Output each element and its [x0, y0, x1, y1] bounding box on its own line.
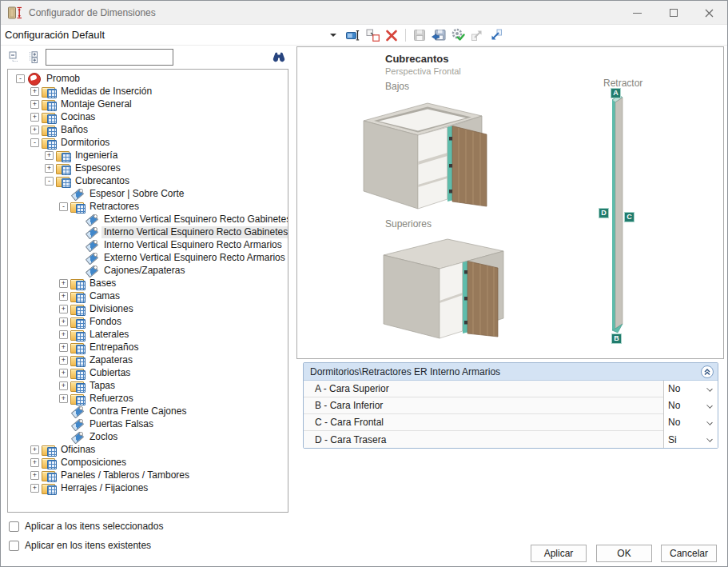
save-configuration-button[interactable]: [412, 28, 427, 42]
tree-expander[interactable]: [16, 74, 25, 83]
tree-item[interactable]: Cubrecantos: [8, 174, 288, 187]
tree-item[interactable]: Contra Frente Cajones: [8, 405, 288, 417]
tree-expander[interactable]: [59, 394, 68, 403]
tree-item[interactable]: Externo Vertical Esquinero Recto Gabinet…: [8, 213, 288, 226]
tree-expander[interactable]: [59, 356, 68, 365]
tree-expander[interactable]: [45, 164, 54, 173]
tree-expander[interactable]: [59, 369, 68, 377]
apply-configuration-button[interactable]: [451, 28, 465, 42]
tree-item[interactable]: Paneles / Tableros / Tambores: [8, 469, 288, 481]
property-value-dropdown[interactable]: No: [663, 397, 718, 414]
tree-expander[interactable]: [59, 202, 68, 211]
tree-item-icon: [42, 124, 56, 136]
tree-item[interactable]: Bases: [8, 277, 288, 289]
property-value-dropdown[interactable]: No: [663, 381, 718, 397]
tree-expander[interactable]: [30, 87, 39, 96]
tree-item[interactable]: Promob: [8, 72, 288, 85]
rename-configuration-button[interactable]: [346, 28, 360, 42]
delete-configuration-button[interactable]: [384, 28, 399, 42]
tree-item[interactable]: Tapas: [8, 379, 288, 392]
tree-expander[interactable]: [45, 151, 54, 160]
save-configuration-as-button[interactable]: [432, 28, 446, 42]
tree-item[interactable]: Laterales: [8, 328, 288, 341]
close-button[interactable]: [691, 1, 727, 25]
chevron-down-icon: [706, 419, 713, 425]
tree-item[interactable]: Dormitorios: [8, 136, 288, 149]
tree-expander[interactable]: [59, 305, 68, 313]
tree-item[interactable]: Ingeniería: [8, 149, 288, 162]
tree-item[interactable]: Refuerzos: [8, 392, 288, 405]
tree-expander[interactable]: [59, 381, 68, 390]
tree-item[interactable]: Oficinas: [8, 443, 288, 456]
window-controls: [619, 1, 727, 25]
tree-expander[interactable]: [30, 484, 39, 493]
tree-item[interactable]: Zapateras: [8, 353, 288, 366]
import-configuration-button[interactable]: [489, 28, 503, 42]
tree-item-icon: [70, 367, 85, 379]
tree-expander[interactable]: [30, 126, 39, 134]
tree-item-label: Oficinas: [58, 444, 97, 456]
tree-item[interactable]: Fondos: [8, 315, 288, 328]
tree-item[interactable]: Espesores: [8, 162, 288, 174]
tree-expander[interactable]: [59, 279, 68, 288]
tree-item[interactable]: Cajones/Zapateras: [8, 264, 288, 277]
tree-item[interactable]: Zoclos: [8, 430, 288, 443]
tree-search-input[interactable]: [46, 49, 173, 66]
ok-button[interactable]: OK: [596, 545, 652, 562]
tree-item[interactable]: Interno Vertical Esquinero Recto Armario…: [8, 238, 288, 251]
tree-item[interactable]: Divisiones: [8, 302, 288, 315]
export-arrow-icon: [471, 29, 483, 42]
property-value-dropdown[interactable]: Si: [663, 431, 718, 448]
tree-item[interactable]: Retractores: [8, 200, 288, 213]
tree-item[interactable]: Externo Vertical Esquinero Recto Armario…: [8, 251, 288, 264]
tree-expander[interactable]: [30, 113, 39, 122]
tree-item-icon: [70, 316, 85, 328]
configuration-selector[interactable]: Configuración Default: [1, 26, 341, 45]
aplicar-button[interactable]: Aplicar: [531, 545, 587, 562]
tree-item-label: Entrepaños: [87, 341, 141, 353]
tree-expander[interactable]: [59, 330, 68, 339]
tree-expander[interactable]: [30, 471, 39, 480]
apply-selected-checkbox[interactable]: [9, 521, 19, 532]
maximize-button[interactable]: [655, 1, 691, 25]
tree-item[interactable]: Herrajes / Fijaciones: [8, 481, 288, 494]
tree-expander[interactable]: [59, 343, 68, 352]
tree-item[interactable]: Cubiertas: [8, 366, 288, 379]
collapse-section-button[interactable]: [701, 365, 714, 378]
duplicate-configuration-button[interactable]: [365, 28, 380, 42]
tree-item-icon: [42, 444, 56, 456]
property-value-dropdown[interactable]: No: [663, 414, 718, 431]
tree-expander[interactable]: [59, 317, 68, 326]
tree-item[interactable]: Cocinas: [8, 110, 288, 123]
tree-item-icon: [56, 175, 70, 187]
tree-item-icon: [70, 278, 85, 289]
property-row: C - Cara Frontal No: [304, 414, 718, 431]
apply-existing-checkbox[interactable]: [9, 541, 19, 551]
tree-item[interactable]: Montaje General: [8, 98, 288, 110]
tree-expander[interactable]: [30, 458, 39, 467]
apply-existing-checkbox-row[interactable]: Aplicar en los itens existentes: [9, 540, 151, 551]
tree-item[interactable]: Interno Vertical Esquinero Recto Gabinet…: [8, 226, 288, 238]
tree-item[interactable]: Puertas Falsas: [8, 417, 288, 430]
tree-item[interactable]: Medidas de Inserción: [8, 85, 288, 98]
tree-item-icon: [42, 457, 56, 469]
expand-all-button[interactable]: [26, 50, 41, 64]
apply-selected-checkbox-row[interactable]: Aplicar a los itens seleccionados: [9, 521, 163, 532]
minimize-button[interactable]: [619, 1, 655, 25]
tree-expander[interactable]: [30, 445, 39, 454]
tree-expander[interactable]: [59, 292, 68, 301]
tree-item[interactable]: Composiciones: [8, 456, 288, 469]
tree-expander[interactable]: [30, 100, 39, 109]
collapse-all-button[interactable]: [7, 50, 22, 64]
tree-item[interactable]: Baños: [8, 123, 288, 136]
cancelar-button[interactable]: Cancelar: [661, 545, 717, 562]
tree-expander[interactable]: [45, 177, 54, 186]
tree-item[interactable]: Entrepaños: [8, 341, 288, 353]
find-button[interactable]: [271, 50, 287, 64]
apply-existing-label: Aplicar en los itens existentes: [25, 540, 151, 551]
export-configuration-button[interactable]: [470, 28, 484, 42]
tree-item[interactable]: Espesor | Sobre Corte: [8, 187, 288, 200]
tree-item-icon: [70, 290, 85, 302]
tree-item[interactable]: Camas: [8, 289, 288, 302]
tree-expander[interactable]: [30, 138, 39, 147]
